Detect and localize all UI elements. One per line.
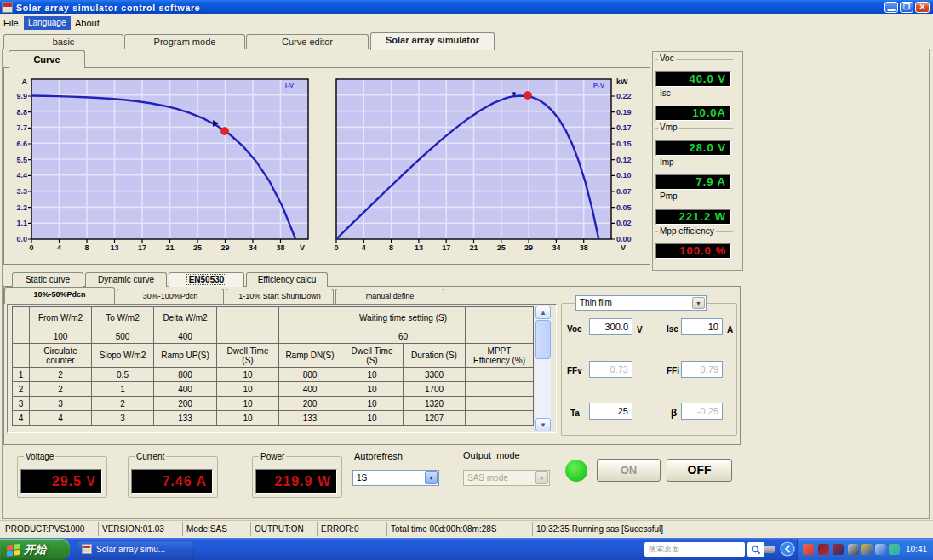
svg-text:13: 13 bbox=[110, 243, 118, 252]
svg-text:4.4: 4.4 bbox=[16, 171, 27, 180]
svg-text:8: 8 bbox=[84, 243, 89, 252]
svg-text:0.19: 0.19 bbox=[616, 108, 632, 117]
svg-text:0.10: 0.10 bbox=[616, 171, 632, 180]
svg-text:0.22: 0.22 bbox=[616, 92, 632, 100]
svg-text:25: 25 bbox=[497, 243, 506, 252]
svg-text:38: 38 bbox=[580, 243, 588, 252]
svg-text:17: 17 bbox=[138, 243, 146, 252]
svg-text:4: 4 bbox=[362, 243, 366, 252]
svg-text:34: 34 bbox=[249, 243, 257, 252]
svg-text:8: 8 bbox=[389, 243, 393, 252]
svg-text:0: 0 bbox=[29, 243, 33, 252]
svg-text:0.15: 0.15 bbox=[616, 140, 632, 148]
svg-text:0.02: 0.02 bbox=[616, 219, 632, 227]
svg-text:17: 17 bbox=[442, 243, 450, 252]
svg-text:0.17: 0.17 bbox=[616, 123, 632, 132]
svg-text:29: 29 bbox=[220, 243, 229, 252]
svg-text:V: V bbox=[300, 243, 305, 252]
svg-text:kW: kW bbox=[616, 77, 628, 86]
svg-text:0: 0 bbox=[334, 243, 338, 252]
svg-text:7.7: 7.7 bbox=[16, 123, 27, 132]
svg-text:8.8: 8.8 bbox=[16, 108, 27, 117]
svg-text:9.9: 9.9 bbox=[16, 92, 27, 100]
svg-text:13: 13 bbox=[415, 243, 423, 252]
svg-text:I-V: I-V bbox=[285, 82, 295, 89]
svg-text:2.2: 2.2 bbox=[16, 203, 27, 212]
svg-text:38: 38 bbox=[276, 243, 284, 252]
svg-text:0.00: 0.00 bbox=[616, 235, 632, 243]
svg-text:6.6: 6.6 bbox=[16, 140, 27, 148]
svg-text:V: V bbox=[621, 243, 626, 252]
svg-text:4: 4 bbox=[57, 243, 61, 252]
svg-text:25: 25 bbox=[193, 243, 202, 252]
svg-text:A: A bbox=[22, 77, 28, 86]
svg-text:21: 21 bbox=[469, 243, 478, 252]
svg-text:0.05: 0.05 bbox=[616, 203, 632, 212]
svg-text:5.5: 5.5 bbox=[16, 156, 27, 164]
svg-text:21: 21 bbox=[165, 243, 174, 252]
svg-text:0.12: 0.12 bbox=[616, 156, 632, 164]
svg-text:29: 29 bbox=[524, 243, 533, 252]
svg-text:34: 34 bbox=[552, 243, 560, 252]
svg-text:3.3: 3.3 bbox=[16, 187, 27, 196]
svg-text:P-V: P-V bbox=[593, 82, 605, 89]
svg-text:0.0: 0.0 bbox=[16, 235, 27, 243]
svg-text:0.07: 0.07 bbox=[616, 187, 632, 196]
svg-text:1.1: 1.1 bbox=[16, 219, 27, 227]
